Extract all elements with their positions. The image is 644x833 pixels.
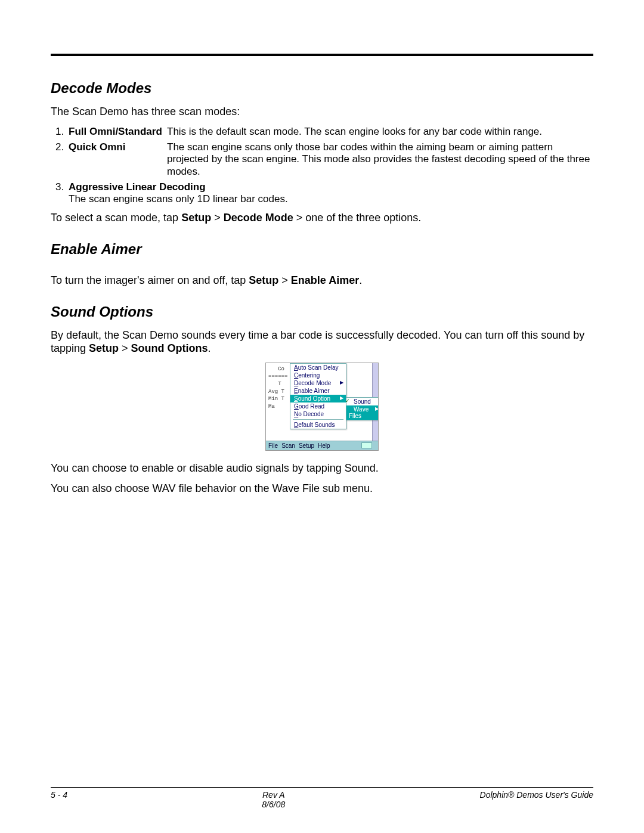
list-item: 3. Aggressive Linear Decoding The scan e… xyxy=(55,181,593,206)
chevron-right-icon: ▶ xyxy=(375,406,379,411)
list-term: Quick Omni xyxy=(69,141,167,153)
list-term: Aggressive Linear Decoding xyxy=(69,181,288,193)
menu-item[interactable]: Decode Mode▶ xyxy=(290,379,346,387)
list-desc: The scan engine scans only 1D linear bar… xyxy=(69,193,288,205)
menu-item[interactable]: Auto Scan Delay xyxy=(290,364,346,371)
menu-item[interactable]: Centering xyxy=(290,371,346,379)
chevron-right-icon: ▶ xyxy=(340,395,343,401)
device-bg-text: Co====== TAvg TMin TMa xyxy=(268,366,287,411)
list-number: 1. xyxy=(55,126,69,138)
submenu-item[interactable]: ✓Sound xyxy=(346,398,379,405)
device-menubar: FileScanSetupHelp xyxy=(266,441,378,450)
list-item: 1. Full Omni/Standard This is the defaul… xyxy=(55,126,593,138)
keyboard-icon[interactable] xyxy=(361,442,372,448)
menu-item[interactable]: Sound Option▶ xyxy=(290,395,346,402)
device-screenshot: Co====== TAvg TMin TMa Auto Scan DelayCe… xyxy=(51,363,593,451)
menu-item[interactable]: No Decode xyxy=(290,410,346,418)
menu-item[interactable]: Default Sounds xyxy=(290,421,346,429)
menubar-item[interactable]: File xyxy=(268,442,278,449)
footer-rev: Rev A8/6/08 xyxy=(262,790,285,809)
menu-item[interactable]: Enable Aimer xyxy=(290,387,346,395)
aimer-instruction: To turn the imager's aimer on and off, t… xyxy=(51,274,593,287)
menu-item[interactable]: Good Read xyxy=(290,402,346,410)
decode-intro: The Scan Demo has three scan modes: xyxy=(51,105,593,119)
sound-submenu: ✓SoundWave Files▶ xyxy=(346,397,379,420)
heading-decode-modes: Decode Modes xyxy=(51,80,593,97)
list-number: 2. xyxy=(55,141,69,153)
footer-page: 5 - 4 xyxy=(51,790,67,809)
chevron-right-icon: ▶ xyxy=(340,380,343,385)
sound-p2: You can choose to enable or disable audi… xyxy=(51,462,593,475)
list-number: 3. xyxy=(55,181,69,193)
menu-separator xyxy=(293,419,343,420)
device-window: Co====== TAvg TMin TMa Auto Scan DelayCe… xyxy=(265,363,379,451)
list-term: Full Omni/Standard xyxy=(69,126,167,138)
decode-list: 1. Full Omni/Standard This is the defaul… xyxy=(55,126,593,206)
menubar-item[interactable]: Scan xyxy=(281,442,295,449)
submenu-item[interactable]: Wave Files▶ xyxy=(346,405,379,420)
sound-p3: You can also choose WAV file behavior on… xyxy=(51,482,593,496)
top-rule xyxy=(51,54,593,56)
menubar-item[interactable]: Help xyxy=(318,442,330,449)
setup-dropdown: Auto Scan DelayCenteringDecode Mode▶Enab… xyxy=(290,363,346,429)
list-desc: This is the default scan mode. The scan … xyxy=(167,126,593,138)
heading-sound-options: Sound Options xyxy=(51,304,593,320)
footer-guide: Dolphin® Demos User's Guide xyxy=(480,790,593,809)
list-item: 2. Quick Omni The scan engine scans only… xyxy=(55,141,593,178)
menubar-item[interactable]: Setup xyxy=(299,442,314,449)
heading-enable-aimer: Enable Aimer xyxy=(51,241,593,258)
sound-p1: By default, the Scan Demo sounds every t… xyxy=(51,329,593,355)
page-footer: 5 - 4 Rev A8/6/08 Dolphin® Demos User's … xyxy=(51,787,593,809)
list-desc: The scan engine scans only those bar cod… xyxy=(167,141,593,178)
device-body: Co====== TAvg TMin TMa Auto Scan DelayCe… xyxy=(266,363,372,441)
decode-instruction: To select a scan mode, tap Setup > Decod… xyxy=(51,212,593,224)
check-icon: ✓ xyxy=(345,398,350,404)
page: Decode Modes The Scan Demo has three sca… xyxy=(0,0,644,833)
